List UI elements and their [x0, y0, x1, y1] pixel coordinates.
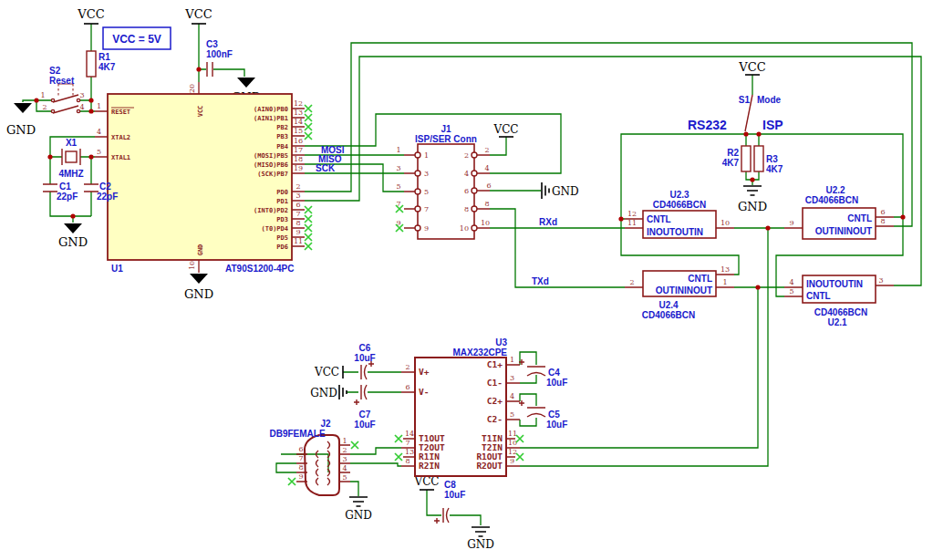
- pin-number: 8: [880, 217, 885, 225]
- component-u1[interactable]: U1 AT90S1200-4PC RESET XTAL2 XTAL1 1 4 5…: [97, 84, 303, 274]
- pin-number: 12: [627, 210, 637, 218]
- pin-name: GND: [197, 244, 204, 256]
- switch-contact: [51, 99, 54, 101]
- component-u2-1[interactable]: INOUTOUTIN CNTL CD4066BCN U2.1 4 5 3: [789, 275, 883, 327]
- pin-number: 2: [295, 182, 300, 191]
- plus-icon: [434, 518, 440, 524]
- cap-plates: [84, 184, 98, 192]
- vcc-label: VCC: [77, 7, 104, 21]
- component-u2-2[interactable]: U2.2 CD4066BCN CNTL OUTININOUT 9 6 8: [789, 185, 885, 239]
- component-u2-3[interactable]: U2.3 CD4066BCN CNTL INOUTOUTIN 12 11 10: [627, 190, 730, 238]
- pin-number: 4: [342, 464, 347, 472]
- junction-dot: [47, 154, 52, 159]
- gnd-label: GND: [552, 185, 579, 198]
- component-c7[interactable]: C7 10uF: [354, 410, 375, 430]
- nc-x-icon: [305, 123, 312, 130]
- ref-label: C3: [206, 39, 218, 49]
- component-r3[interactable]: R3 4K7: [754, 146, 783, 174]
- gnd-triangle-icon: [14, 103, 32, 113]
- pin-number: 1: [510, 356, 514, 364]
- resistor-body: [754, 146, 763, 171]
- value-label: 4MHZ: [58, 169, 83, 179]
- value-label: 4K7: [766, 164, 783, 174]
- junction-dot: [756, 131, 761, 136]
- pin-name: XTAL2: [111, 134, 130, 141]
- component-j1[interactable]: J1 ISP/SER Conn 1 3 5 7 9 2 4 6 8 10 1 3…: [396, 124, 491, 239]
- component-c1[interactable]: C1 22pF: [43, 181, 78, 202]
- junction-dot: [70, 213, 75, 218]
- ref-label: S1: [739, 95, 751, 105]
- gnd-label: GND: [467, 538, 494, 551]
- pin-number: 7: [424, 205, 429, 213]
- pin-number: 13: [720, 265, 730, 274]
- ref-label: C8: [444, 480, 456, 490]
- component-s2[interactable]: S2 Reset 1 2 3 4: [40, 66, 84, 113]
- nc-x-icon: [395, 435, 402, 442]
- gnd-label: GND: [184, 287, 213, 301]
- pin-number: 7: [405, 439, 409, 447]
- component-r1[interactable]: R1 4K7: [87, 51, 116, 77]
- nc-x-icon: [516, 435, 524, 442]
- component-x1[interactable]: X1 4MHZ: [58, 138, 83, 179]
- power-labels: VCC VCC VCC VCC VCC VCC GND GND GND GND …: [6, 7, 767, 551]
- component-u3[interactable]: U3 MAX232CPE V+ V- T1OUT T2OUT R1IN R2IN…: [405, 337, 517, 476]
- ref-label: R2: [727, 148, 739, 158]
- pin-number: 8: [484, 200, 489, 208]
- component-j2[interactable]: J2 DB9FEMALE 1 2 3 4 5 6 7 8 9: [269, 419, 347, 495]
- switch-contact: [51, 109, 54, 112]
- ref-label: J1: [441, 124, 451, 134]
- gate-label: INOUTOUTIN: [806, 279, 863, 289]
- component-c8[interactable]: C8 10uF: [444, 480, 465, 500]
- gnd-label: GND: [58, 235, 88, 249]
- pin-number: 6: [405, 383, 409, 391]
- vcc-note-text: VCC = 5V: [112, 33, 161, 46]
- pin-number: 2: [484, 146, 489, 154]
- component-c5[interactable]: C5 10uF: [546, 410, 567, 430]
- earth-gnd-side-icon: [339, 385, 347, 399]
- component-c3[interactable]: C3 100nF: [206, 39, 233, 77]
- nc-x-icon: [305, 233, 312, 241]
- component-c4[interactable]: C4 10uF: [546, 368, 567, 388]
- pin-name: PB4: [276, 143, 288, 150]
- pin-number: 4: [789, 278, 793, 286]
- plus-icon: [354, 399, 359, 405]
- pin-number: 14: [405, 430, 414, 438]
- crystal-body: [66, 151, 77, 162]
- pin-circle: [472, 225, 477, 231]
- part-label: CD4066BCN: [642, 310, 695, 320]
- ref-label: R3: [766, 154, 778, 164]
- pin-number: 9: [510, 457, 514, 465]
- component-r2[interactable]: R2 4K7: [722, 146, 751, 171]
- value-label: 22pF: [57, 192, 78, 202]
- pin-number: 8: [298, 463, 303, 472]
- component-u2-4[interactable]: CNTL OUTININOUT U2.4 CD4066BCN 2 13 1: [629, 265, 730, 320]
- net-label-sck: SCK: [316, 163, 336, 173]
- pin-number: 1: [40, 91, 45, 99]
- gate-label: OUTININOUT: [815, 226, 872, 236]
- ref-label: C2: [99, 181, 111, 192]
- value-label: 10uF: [444, 490, 465, 500]
- resistor-body: [741, 146, 751, 171]
- ref-label: U3: [495, 337, 507, 347]
- switch-link-dashed: [58, 84, 73, 97]
- junction-dot: [88, 98, 93, 102]
- pin-number: 3: [79, 91, 84, 99]
- part-label: CD4066BCN: [805, 195, 858, 205]
- ref-label: C5: [548, 410, 560, 420]
- junction-dot: [750, 177, 754, 181]
- ref-label: U2.2: [825, 185, 845, 195]
- pin-number: 6: [464, 187, 469, 195]
- net-label-txd: TXd: [532, 276, 549, 286]
- pin-number: 2: [629, 278, 634, 286]
- pin-number: 10: [460, 224, 469, 233]
- pin-circle: [415, 171, 420, 176]
- pin-name: PB2: [276, 124, 288, 131]
- pin-name: (SCK)PB7: [257, 171, 288, 178]
- pin-name: C1-: [487, 378, 503, 388]
- pin-number: 1: [342, 437, 347, 445]
- component-c6[interactable]: C6 10uF: [354, 343, 375, 363]
- gate-label: CNTL: [647, 214, 671, 224]
- pin-number: 5: [97, 148, 101, 156]
- pin-name: (MISO)PB6: [254, 161, 288, 169]
- pin-name: (T0)PD4: [261, 225, 288, 233]
